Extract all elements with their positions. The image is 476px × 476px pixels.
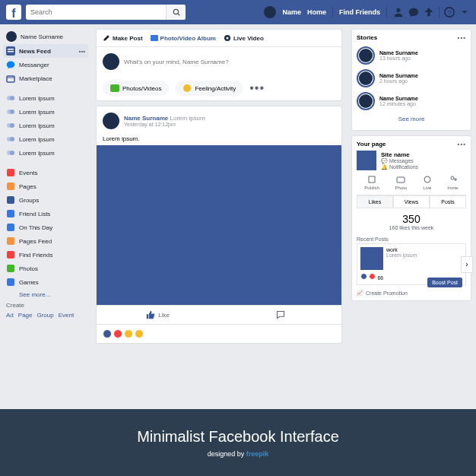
- sidebar-explore-item[interactable]: Photos: [3, 262, 88, 275]
- feed: Make Post Photo/Video Album Live Video P…: [91, 24, 347, 409]
- sidebar-see-more[interactable]: See more...: [3, 289, 88, 300]
- post-author[interactable]: Name Surname: [124, 115, 168, 122]
- sidebar-shortcut[interactable]: Lorem Ipsum: [3, 132, 88, 146]
- sidebar-create-links: Ad Page Group Event: [3, 310, 88, 320]
- svg-point-31: [183, 84, 191, 92]
- composer-photos-button[interactable]: Photos/Videos: [103, 81, 169, 96]
- page-like-count: 350: [361, 213, 462, 225]
- sidebar-item-marketplace[interactable]: Marketplace: [3, 71, 88, 85]
- shortcut-label: Lorem Ipsum: [19, 136, 55, 143]
- composer-tabs: Make Post Photo/Video Album Live Video: [97, 30, 341, 47]
- sidebar-explore-item[interactable]: Games: [3, 275, 88, 289]
- recent-post-image[interactable]: [360, 247, 383, 270]
- post-image[interactable]: [97, 145, 341, 305]
- topbar-find-friends-link[interactable]: Find Friends: [339, 8, 380, 16]
- topbar-home-link[interactable]: Home: [307, 8, 326, 16]
- invite-icon: [449, 175, 458, 184]
- reaction-count: 66: [377, 275, 383, 281]
- sidebar-explore-item[interactable]: Pages Feed: [3, 234, 88, 248]
- footer-credit: designed by freepik: [208, 450, 269, 458]
- composer-input[interactable]: [124, 59, 335, 65]
- sidebar-explore-item[interactable]: Pages: [3, 179, 88, 193]
- explore-icon: [6, 264, 15, 273]
- messenger-icon: [6, 60, 15, 69]
- recent-post-label: work: [386, 247, 398, 252]
- svg-point-13: [10, 123, 14, 128]
- sidebar-explore-item[interactable]: Groups: [3, 193, 88, 207]
- topbar-avatar[interactable]: [264, 6, 276, 18]
- reactions-bar: [96, 325, 342, 344]
- story-avatar-ring: [357, 46, 375, 65]
- create-ad-link[interactable]: Ad: [6, 312, 14, 319]
- sidebar-item-label: Marketplace: [19, 75, 52, 82]
- create-page-link[interactable]: Page: [18, 312, 33, 319]
- svg-point-34: [424, 176, 430, 182]
- help-icon[interactable]: ?: [444, 7, 455, 17]
- svg-point-15: [10, 137, 14, 141]
- stories-see-more[interactable]: See more: [357, 113, 466, 125]
- sidebar-profile[interactable]: Name Surname: [3, 29, 88, 44]
- like-button[interactable]: Like: [97, 306, 219, 324]
- tab-photo-album[interactable]: Photo/Video Album: [151, 34, 216, 42]
- page-invite-button[interactable]: Invite: [447, 175, 458, 190]
- sidebar-item-messenger[interactable]: Messanger: [3, 58, 88, 71]
- explore-label: Pages Feed: [19, 238, 52, 245]
- avatar: [6, 31, 17, 42]
- tab-make-post[interactable]: Make Post: [103, 34, 143, 42]
- composer-feeling-button[interactable]: Feeling/Activity: [175, 81, 243, 96]
- dropdown-icon[interactable]: [459, 7, 470, 17]
- sidebar-explore-item[interactable]: Events: [3, 166, 88, 179]
- sidebar-explore-item[interactable]: Friend Lists: [3, 207, 88, 221]
- page-photo-button[interactable]: Photo: [395, 175, 408, 190]
- create-event-link[interactable]: Event: [59, 312, 74, 319]
- facebook-logo[interactable]: f: [6, 5, 21, 20]
- sidebar-item-newsfeed[interactable]: News Feed •••: [3, 44, 88, 58]
- page-tab-likes[interactable]: Likes: [357, 195, 393, 208]
- search-input[interactable]: [26, 8, 166, 16]
- sidebar-shortcut[interactable]: Lorem Ipsum: [3, 91, 88, 105]
- page-messages-link[interactable]: 💬 Messages: [381, 158, 414, 163]
- like-label: Like: [158, 312, 170, 319]
- page-logo[interactable]: [357, 151, 376, 170]
- svg-rect-30: [110, 84, 119, 92]
- story-name: Name Surname: [379, 73, 418, 78]
- stories-menu[interactable]: •••: [458, 34, 466, 41]
- tab-live-video[interactable]: Live Video: [224, 34, 264, 42]
- sidebar-shortcut[interactable]: Lorem Ipsum: [3, 146, 88, 160]
- boost-post-button[interactable]: Boost Post: [427, 278, 462, 287]
- notifications-icon[interactable]: [424, 7, 434, 17]
- story-item[interactable]: Name Surname12 minutes ago: [357, 90, 466, 113]
- create-group-link[interactable]: Group: [36, 312, 53, 319]
- composer-more-button[interactable]: •••: [249, 81, 265, 95]
- story-item[interactable]: Name Surname2 hours ago: [357, 67, 466, 90]
- dots-icon[interactable]: •••: [79, 48, 85, 55]
- story-avatar-ring: [357, 92, 375, 110]
- post-avatar[interactable]: [103, 113, 119, 129]
- page-publish-button[interactable]: Publish: [364, 175, 379, 190]
- page-tab-views[interactable]: Views: [393, 195, 430, 208]
- explore-icon: [6, 209, 15, 218]
- friend-requests-icon[interactable]: [393, 7, 404, 17]
- story-name: Name Surname: [379, 96, 418, 101]
- live-icon: [224, 34, 231, 42]
- explore-icon: [6, 223, 15, 232]
- chevron-right-icon[interactable]: ›: [461, 256, 473, 273]
- page-menu[interactable]: •••: [458, 141, 466, 148]
- topbar-name-link[interactable]: Name: [282, 8, 301, 16]
- page-live-button[interactable]: Live: [423, 175, 432, 190]
- story-item[interactable]: Name Surname13 hours ago: [357, 44, 466, 67]
- recent-post: work Lorem ipsum 66 Boost Post ›: [357, 243, 466, 285]
- svg-rect-21: [7, 210, 14, 217]
- sidebar-shortcut[interactable]: Lorem Ipsum: [3, 119, 88, 132]
- sidebar-explore-item[interactable]: Find Friends: [3, 248, 88, 262]
- post: Name Surname Lorem ipsum Yesterday at 12…: [96, 106, 342, 325]
- page-tab-posts[interactable]: Posts: [430, 195, 466, 208]
- messages-icon[interactable]: [408, 7, 419, 17]
- page-notifications-link[interactable]: 🔔 Notifications: [381, 164, 418, 170]
- create-promotion-link[interactable]: 📈 Create Promotion: [357, 290, 466, 296]
- page-site-name[interactable]: Site name: [381, 151, 418, 158]
- sidebar-explore-item[interactable]: On This Day: [3, 221, 88, 234]
- comment-button[interactable]: [219, 306, 341, 324]
- search-button[interactable]: [166, 5, 186, 20]
- sidebar-shortcut[interactable]: Lorem Ipsum: [3, 105, 88, 119]
